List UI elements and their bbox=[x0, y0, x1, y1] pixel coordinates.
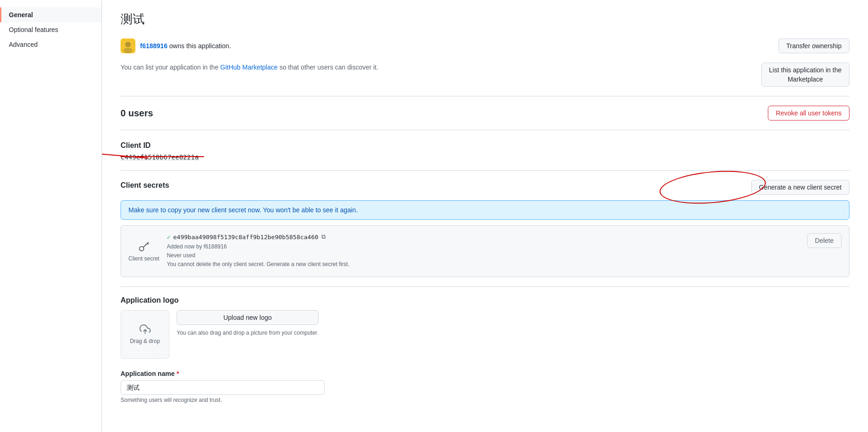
main-content: 测试 f6188916 owns this application. Trans bbox=[102, 0, 868, 432]
secret-card: Client secret ✓ e499baa49098f5139c8aff9b… bbox=[121, 225, 849, 277]
owns-text: owns this application. bbox=[169, 42, 231, 50]
svg-line-5 bbox=[148, 243, 149, 244]
svg-point-2 bbox=[123, 48, 133, 53]
owner-username-link[interactable]: f6188916 bbox=[140, 42, 167, 50]
never-used: Never used bbox=[167, 251, 800, 260]
client-secrets-section: Client secrets Generate a new client sec… bbox=[121, 180, 849, 277]
secrets-header: Client secrets Generate a new client sec… bbox=[121, 180, 849, 195]
client-id-value: c449ef1510b67ee8221a bbox=[121, 153, 849, 161]
secret-hash: e499baa49098f5139c8aff9b12be90b5858ca460 bbox=[173, 234, 319, 241]
github-marketplace-link[interactable]: GitHub Marketplace bbox=[220, 64, 278, 71]
application-name-section: Application name * Something users will … bbox=[121, 370, 849, 403]
client-secrets-label: Client secrets bbox=[121, 181, 169, 190]
client-secret-icon: Client secret bbox=[128, 241, 160, 262]
upload-hint: You can also drag and drop a picture fro… bbox=[177, 330, 319, 336]
sidebar: General Optional features Advanced bbox=[0, 0, 102, 432]
sidebar-item-advanced[interactable]: Advanced bbox=[0, 37, 102, 52]
transfer-ownership-button[interactable]: Transfer ownership bbox=[779, 38, 849, 53]
svg-point-3 bbox=[140, 247, 144, 251]
secret-icon-label: Client secret bbox=[128, 255, 160, 262]
drag-drop-label: Drag & drop bbox=[130, 338, 160, 344]
page-title: 测试 bbox=[121, 11, 849, 27]
delete-secret-button[interactable]: Delete bbox=[807, 233, 842, 248]
application-name-input[interactable] bbox=[121, 380, 325, 395]
marketplace-row: You can list your application in the Git… bbox=[121, 63, 849, 96]
secret-warning: You cannot delete the only client secret… bbox=[167, 260, 800, 269]
required-star: * bbox=[177, 370, 179, 377]
owner-row: f6188916 owns this application. Transfer… bbox=[121, 38, 849, 53]
marketplace-text: You can list your application in the Git… bbox=[121, 63, 752, 72]
sidebar-item-optional-features[interactable]: Optional features bbox=[0, 22, 102, 37]
users-row: 0 users Revoke all user tokens bbox=[121, 106, 849, 130]
upload-area: Upload new logo You can also drag and dr… bbox=[177, 310, 319, 336]
logo-row: Drag & drop Upload new logo You can also… bbox=[121, 310, 849, 359]
upload-logo-button[interactable]: Upload new logo bbox=[177, 310, 319, 325]
application-logo-label: Application logo bbox=[121, 296, 849, 305]
divider-2 bbox=[121, 286, 849, 287]
revoke-tokens-button[interactable]: Revoke all user tokens bbox=[768, 106, 849, 121]
application-logo-section: Application logo Drag & drop Upload new … bbox=[121, 296, 849, 359]
list-marketplace-button[interactable]: List this application in theMarketplace bbox=[761, 63, 849, 87]
avatar bbox=[121, 38, 135, 53]
drag-drop-box[interactable]: Drag & drop bbox=[121, 310, 169, 359]
svg-point-1 bbox=[125, 42, 131, 47]
svg-line-6 bbox=[146, 244, 147, 245]
divider-1 bbox=[121, 170, 849, 171]
secret-info-box: Make sure to copy your new client secret… bbox=[121, 200, 849, 220]
secret-details: ✓ e499baa49098f5139c8aff9b12be90b5858ca4… bbox=[167, 233, 800, 269]
client-id-section: Client ID c449ef1510b67ee8221a 这个就是客户端id… bbox=[121, 141, 849, 161]
sidebar-item-general[interactable]: General bbox=[0, 7, 102, 22]
users-count: 0 users bbox=[121, 108, 153, 119]
secret-value-row: ✓ e499baa49098f5139c8aff9b12be90b5858ca4… bbox=[167, 233, 800, 241]
owner-text: f6188916 owns this application. bbox=[140, 42, 231, 50]
generate-secret-button[interactable]: Generate a new client secret bbox=[751, 180, 849, 195]
secret-meta: Added now by f6188916 Never used You can… bbox=[167, 242, 800, 269]
copy-icon[interactable]: ⧉ bbox=[321, 233, 326, 241]
application-name-label: Application name * bbox=[121, 370, 849, 377]
check-icon: ✓ bbox=[167, 234, 171, 241]
client-id-label: Client ID bbox=[121, 141, 849, 150]
added-by: Added now by f6188916 bbox=[167, 242, 800, 251]
application-name-hint: Something users will recognize and trust… bbox=[121, 397, 849, 403]
owner-info: f6188916 owns this application. bbox=[121, 38, 231, 53]
